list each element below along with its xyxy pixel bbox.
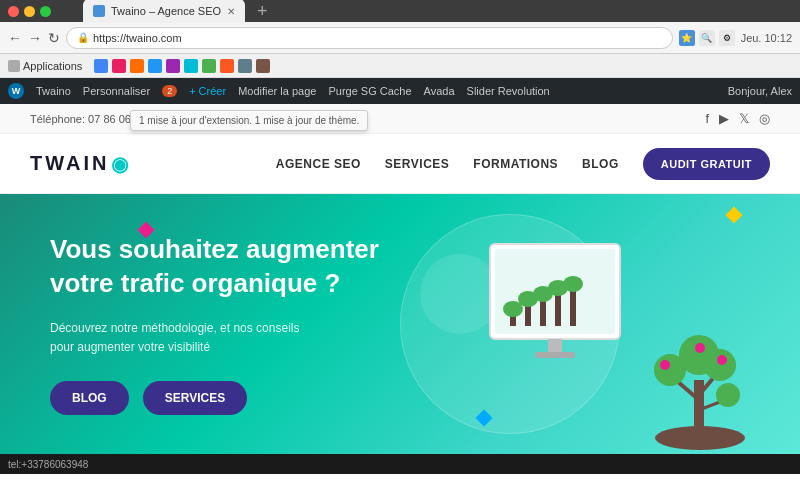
hero-buttons: BLOG SERVICES	[50, 381, 430, 415]
plant-illustration	[650, 320, 750, 454]
bookmark-favicons	[94, 59, 270, 73]
diamond-yellow-icon	[726, 207, 743, 224]
hero-subtitle-line2: pour augmenter votre visibilité	[50, 340, 210, 354]
svg-point-11	[563, 276, 583, 292]
hero-title-text: Vous souhaitez augmenter votre trafic or…	[50, 234, 379, 298]
wp-slider-label: Slider Revolution	[467, 85, 550, 97]
lock-icon: 🔒	[77, 32, 89, 43]
wp-bar-item-slider[interactable]: Slider Revolution	[467, 85, 550, 97]
svg-rect-6	[570, 289, 576, 326]
wp-bar-greeting: Bonjour, Alex	[728, 85, 792, 97]
svg-rect-5	[555, 294, 561, 326]
url-input[interactable]: 🔒 https://twaino.com	[66, 27, 673, 49]
bm-fav-5[interactable]	[166, 59, 180, 73]
ext-icon-1[interactable]: ⭐	[679, 30, 695, 46]
wp-avada-label: Avada	[424, 85, 455, 97]
bm-fav-2[interactable]	[112, 59, 126, 73]
wp-bar-item-avada[interactable]: Avada	[424, 85, 455, 97]
browser-titlebar: Twaino – Agence SEO ✕ +	[0, 0, 800, 22]
hero-title: Vous souhaitez augmenter votre trafic or…	[50, 233, 430, 301]
wp-logo: W	[8, 83, 24, 99]
nav-item-formations[interactable]: FORMATIONS	[473, 157, 558, 171]
hero-subtitle: Découvrez notre méthodologie, et nos con…	[50, 319, 430, 357]
youtube-icon[interactable]: ▶	[719, 111, 729, 126]
hero-section: Vous souhaitez augmenter votre trafic or…	[0, 194, 800, 454]
window-controls	[8, 6, 51, 17]
svg-point-22	[679, 335, 719, 375]
maximize-button[interactable]	[40, 6, 51, 17]
ext-icon-3[interactable]: ⚙	[719, 30, 735, 46]
logo-text: TWAIN	[30, 152, 109, 175]
bookmarks-bar: Applications	[0, 54, 800, 78]
wp-admin-bar: W Twaino Personnaliser 2 + Créer Modifie…	[0, 78, 800, 104]
refresh-button[interactable]: ↻	[48, 30, 60, 46]
main-nav: AGENCE SEO SERVICES FORMATIONS BLOG AUDI…	[276, 148, 770, 180]
wp-customize-label: Personnaliser	[83, 85, 150, 97]
wp-purge-label: Purge SG Cache	[328, 85, 411, 97]
close-button[interactable]	[8, 6, 19, 17]
instagram-icon[interactable]: ◎	[759, 111, 770, 126]
tab-close-icon[interactable]: ✕	[227, 6, 235, 17]
svg-point-23	[660, 360, 670, 370]
minimize-button[interactable]	[24, 6, 35, 17]
bookmark-icon	[8, 60, 20, 72]
wp-create-label: + Créer	[189, 85, 226, 97]
logo-dot-icon: ◉	[111, 152, 131, 176]
url-text: https://twaino.com	[93, 32, 182, 44]
tab-favicon	[93, 5, 105, 17]
audit-button[interactable]: AUDIT GRATUIT	[643, 148, 770, 180]
browser-tab[interactable]: Twaino – Agence SEO ✕	[83, 0, 245, 23]
blog-button[interactable]: BLOG	[50, 381, 129, 415]
svg-rect-13	[535, 352, 575, 358]
svg-point-25	[695, 343, 705, 353]
back-button[interactable]: ←	[8, 30, 22, 46]
wp-bar-item-create[interactable]: + Créer	[189, 85, 226, 97]
bm-fav-3[interactable]	[130, 59, 144, 73]
bm-fav-9[interactable]	[238, 59, 252, 73]
bm-fav-6[interactable]	[184, 59, 198, 73]
hero-content: Vous souhaitez augmenter votre trafic or…	[50, 233, 430, 415]
bm-fav-4[interactable]	[148, 59, 162, 73]
bookmark-applications[interactable]: Applications	[8, 60, 82, 72]
notif-badge: 2	[162, 85, 177, 97]
status-text: tel:+33786063948	[8, 459, 88, 470]
svg-point-21	[716, 383, 740, 407]
facebook-icon[interactable]: f	[705, 111, 709, 126]
forward-button[interactable]: →	[28, 30, 42, 46]
tab-title: Twaino – Agence SEO	[111, 5, 221, 17]
services-button[interactable]: SERVICES	[143, 381, 247, 415]
site-logo[interactable]: TWAIN ◉	[30, 152, 131, 176]
bm-fav-8[interactable]	[220, 59, 234, 73]
wp-edit-label: Modifier la page	[238, 85, 316, 97]
wp-site-name: Twaino	[36, 85, 71, 97]
twitter-icon[interactable]: 𝕏	[739, 111, 749, 126]
tooltip-popup: 1 mise à jour d'extension. 1 mise à jour…	[130, 110, 368, 131]
nav-item-services[interactable]: SERVICES	[385, 157, 449, 171]
bm-fav-1[interactable]	[94, 59, 108, 73]
bm-fav-10[interactable]	[256, 59, 270, 73]
ext-icon-2[interactable]: 🔍	[699, 30, 715, 46]
wp-bar-item-customize[interactable]: Personnaliser	[83, 85, 150, 97]
system-time: Jeu. 10:12	[741, 32, 792, 44]
monitor-illustration	[480, 234, 640, 378]
hero-subtitle-line1: Découvrez notre méthodologie, et nos con…	[50, 321, 299, 335]
address-bar: ← → ↻ 🔒 https://twaino.com ⭐ 🔍 ⚙ Jeu. 10…	[0, 22, 800, 54]
wp-greeting-text: Bonjour, Alex	[728, 85, 792, 97]
svg-point-24	[717, 355, 727, 365]
nav-item-blog[interactable]: BLOG	[582, 157, 619, 171]
bookmark-label: Applications	[23, 60, 82, 72]
wp-bar-item-edit[interactable]: Modifier la page	[238, 85, 316, 97]
wp-bar-item-twaino[interactable]: Twaino	[36, 85, 71, 97]
new-tab-button[interactable]: +	[257, 1, 268, 22]
browser-status-bar: tel:+33786063948	[0, 454, 800, 474]
nav-item-agence-seo[interactable]: AGENCE SEO	[276, 157, 361, 171]
svg-rect-3	[525, 304, 531, 326]
svg-rect-4	[540, 299, 546, 326]
bm-fav-7[interactable]	[202, 59, 216, 73]
wp-bar-notif[interactable]: 2	[162, 85, 177, 97]
extension-icons: ⭐ 🔍 ⚙	[679, 30, 735, 46]
contact-bar: Téléphone: 07 86 06 39 48 contact@twaino…	[0, 104, 800, 134]
site-header: TWAIN ◉ AGENCE SEO SERVICES FORMATIONS B…	[0, 134, 800, 194]
wp-bar-item-purge[interactable]: Purge SG Cache	[328, 85, 411, 97]
tooltip-text: 1 mise à jour d'extension. 1 mise à jour…	[139, 115, 359, 126]
